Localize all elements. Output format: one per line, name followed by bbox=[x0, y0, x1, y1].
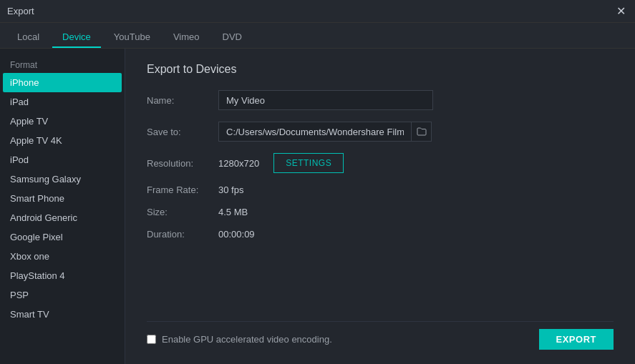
sidebar: Format iPhone iPad Apple TV Apple TV 4K … bbox=[0, 49, 125, 364]
sidebar-item-xbox-one[interactable]: Xbox one bbox=[0, 247, 125, 266]
main-layout: Format iPhone iPad Apple TV Apple TV 4K … bbox=[0, 49, 635, 364]
save-to-label: Save to: bbox=[147, 127, 218, 137]
tab-local[interactable]: Local bbox=[7, 27, 49, 48]
sidebar-item-ipad[interactable]: iPad bbox=[0, 92, 125, 112]
resolution-row: Resolution: 1280x720 SETTINGS bbox=[147, 153, 614, 173]
save-to-container bbox=[218, 122, 432, 142]
sidebar-item-apple-tv[interactable]: Apple TV bbox=[0, 112, 125, 131]
close-button[interactable]: ✕ bbox=[614, 4, 628, 19]
tab-bar: Local Device YouTube Vimeo DVD bbox=[0, 23, 635, 49]
tab-device[interactable]: Device bbox=[52, 27, 101, 48]
resolution-label: Resolution: bbox=[147, 158, 218, 169]
folder-browse-button[interactable] bbox=[412, 122, 432, 142]
sidebar-item-smart-tv[interactable]: Smart TV bbox=[0, 305, 125, 324]
folder-icon bbox=[417, 127, 427, 136]
sidebar-item-ipod[interactable]: iPod bbox=[0, 150, 125, 169]
size-value: 4.5 MB bbox=[218, 207, 248, 217]
frame-rate-value: 30 fps bbox=[218, 185, 243, 195]
sidebar-section-format: Format bbox=[0, 56, 125, 73]
name-input[interactable] bbox=[218, 90, 433, 110]
export-button[interactable]: EXPORT bbox=[539, 329, 614, 350]
sidebar-item-apple-tv-4k[interactable]: Apple TV 4K bbox=[0, 131, 125, 150]
sidebar-item-psp[interactable]: PSP bbox=[0, 285, 125, 305]
settings-button[interactable]: SETTINGS bbox=[273, 153, 344, 173]
gpu-checkbox[interactable] bbox=[147, 335, 156, 344]
sidebar-item-iphone[interactable]: iPhone bbox=[3, 73, 122, 92]
sidebar-item-smart-phone[interactable]: Smart Phone bbox=[0, 189, 125, 208]
resolution-value: 1280x720 bbox=[218, 158, 259, 169]
gpu-row: Enable GPU accelerated video encoding. bbox=[147, 334, 332, 345]
tab-dvd[interactable]: DVD bbox=[213, 27, 252, 48]
save-to-row: Save to: bbox=[147, 122, 614, 142]
tab-youtube[interactable]: YouTube bbox=[104, 27, 160, 48]
name-row: Name: bbox=[147, 90, 614, 110]
sidebar-item-google-pixel[interactable]: Google Pixel bbox=[0, 227, 125, 247]
tab-vimeo[interactable]: Vimeo bbox=[163, 27, 210, 48]
frame-rate-label: Frame Rate: bbox=[147, 185, 218, 195]
duration-row: Duration: 00:00:09 bbox=[147, 229, 614, 240]
size-label: Size: bbox=[147, 207, 218, 217]
sidebar-item-playstation-4[interactable]: PlayStation 4 bbox=[0, 266, 125, 285]
gpu-label: Enable GPU accelerated video encoding. bbox=[162, 334, 332, 345]
content-area: Export to Devices Name: Save to: Resolut… bbox=[125, 49, 635, 364]
title-bar: Export ✕ bbox=[0, 0, 635, 23]
sidebar-item-android-generic[interactable]: Android Generic bbox=[0, 208, 125, 227]
sidebar-item-samsung-galaxy[interactable]: Samsung Galaxy bbox=[0, 169, 125, 189]
resolution-controls: 1280x720 SETTINGS bbox=[218, 153, 344, 173]
window-title: Export bbox=[7, 6, 34, 16]
content-title: Export to Devices bbox=[147, 63, 614, 76]
name-label: Name: bbox=[147, 95, 218, 106]
duration-value: 00:00:09 bbox=[218, 229, 255, 240]
bottom-bar: Enable GPU accelerated video encoding. E… bbox=[147, 321, 614, 350]
size-row: Size: 4.5 MB bbox=[147, 207, 614, 217]
duration-label: Duration: bbox=[147, 229, 218, 240]
save-to-input[interactable] bbox=[218, 122, 412, 142]
frame-rate-row: Frame Rate: 30 fps bbox=[147, 185, 614, 195]
